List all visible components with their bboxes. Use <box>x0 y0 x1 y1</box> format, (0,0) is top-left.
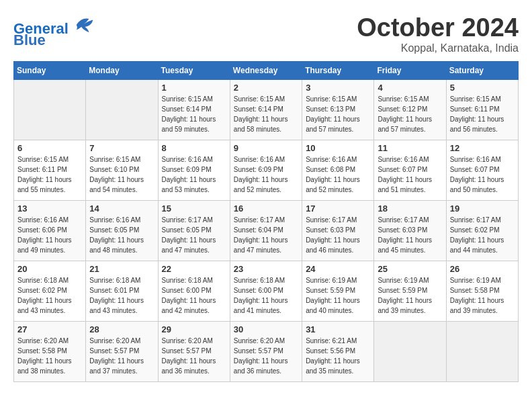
day-info: Sunrise: 6:18 AM Sunset: 6:00 PM Dayligh… <box>162 275 226 316</box>
day-number: 10 <box>306 143 370 153</box>
day-number: 2 <box>234 83 298 93</box>
calendar-cell: 9Sunrise: 6:16 AM Sunset: 6:09 PM Daylig… <box>230 140 302 201</box>
day-number: 13 <box>17 203 82 214</box>
calendar-cell: 22Sunrise: 6:18 AM Sunset: 6:00 PM Dayli… <box>158 261 230 322</box>
calendar-cell: 13Sunrise: 6:16 AM Sunset: 6:06 PM Dayli… <box>14 201 86 261</box>
day-number: 17 <box>306 203 370 214</box>
calendar-cell: 29Sunrise: 6:20 AM Sunset: 5:57 PM Dayli… <box>158 322 230 382</box>
day-info: Sunrise: 6:20 AM Sunset: 5:58 PM Dayligh… <box>17 336 82 376</box>
calendar-cell: 30Sunrise: 6:20 AM Sunset: 5:57 PM Dayli… <box>230 322 302 382</box>
day-of-week-header: Tuesday <box>158 62 230 80</box>
calendar-cell: 20Sunrise: 6:18 AM Sunset: 6:02 PM Dayli… <box>14 261 86 322</box>
calendar-cell: 21Sunrise: 6:18 AM Sunset: 6:01 PM Dayli… <box>86 261 158 322</box>
day-number: 3 <box>306 83 370 93</box>
day-number: 29 <box>162 324 226 334</box>
day-number: 16 <box>234 203 298 214</box>
day-number: 6 <box>17 143 82 153</box>
title-section: October 2024 Koppal, Karnataka, India <box>357 13 519 54</box>
day-number: 31 <box>306 324 370 334</box>
calendar-cell: 18Sunrise: 6:17 AM Sunset: 6:03 PM Dayli… <box>374 201 446 261</box>
day-info: Sunrise: 6:20 AM Sunset: 5:57 PM Dayligh… <box>89 336 154 376</box>
day-info: Sunrise: 6:17 AM Sunset: 6:03 PM Dayligh… <box>306 215 370 255</box>
day-info: Sunrise: 6:17 AM Sunset: 6:02 PM Dayligh… <box>450 215 515 255</box>
day-info: Sunrise: 6:15 AM Sunset: 6:14 PM Dayligh… <box>234 94 298 134</box>
day-info: Sunrise: 6:15 AM Sunset: 6:13 PM Dayligh… <box>306 94 370 134</box>
day-info: Sunrise: 6:15 AM Sunset: 6:11 PM Dayligh… <box>450 94 515 134</box>
calendar-week-row: 13Sunrise: 6:16 AM Sunset: 6:06 PM Dayli… <box>14 201 519 261</box>
calendar-cell: 24Sunrise: 6:19 AM Sunset: 5:59 PM Dayli… <box>302 261 374 322</box>
day-info: Sunrise: 6:19 AM Sunset: 5:58 PM Dayligh… <box>450 275 515 316</box>
calendar-week-row: 27Sunrise: 6:20 AM Sunset: 5:58 PM Dayli… <box>14 322 519 382</box>
day-number: 11 <box>378 143 442 153</box>
day-number: 19 <box>450 203 515 214</box>
day-number: 18 <box>378 203 442 214</box>
calendar-week-row: 20Sunrise: 6:18 AM Sunset: 6:02 PM Dayli… <box>14 261 519 322</box>
calendar-cell: 1Sunrise: 6:15 AM Sunset: 6:14 PM Daylig… <box>158 80 230 140</box>
calendar-cell <box>86 80 158 140</box>
calendar-cell: 25Sunrise: 6:19 AM Sunset: 5:59 PM Dayli… <box>374 261 446 322</box>
calendar-cell: 6Sunrise: 6:15 AM Sunset: 6:11 PM Daylig… <box>14 140 86 201</box>
day-info: Sunrise: 6:17 AM Sunset: 6:03 PM Dayligh… <box>378 215 442 255</box>
day-number: 1 <box>162 83 226 93</box>
day-of-week-header: Saturday <box>446 62 518 80</box>
day-info: Sunrise: 6:20 AM Sunset: 5:57 PM Dayligh… <box>162 336 226 376</box>
calendar-cell: 23Sunrise: 6:18 AM Sunset: 6:00 PM Dayli… <box>230 261 302 322</box>
day-info: Sunrise: 6:15 AM Sunset: 6:12 PM Dayligh… <box>378 94 442 134</box>
day-info: Sunrise: 6:16 AM Sunset: 6:09 PM Dayligh… <box>234 154 298 195</box>
calendar-header-row: SundayMondayTuesdayWednesdayThursdayFrid… <box>14 62 519 80</box>
day-info: Sunrise: 6:16 AM Sunset: 6:07 PM Dayligh… <box>378 154 442 195</box>
day-info: Sunrise: 6:16 AM Sunset: 6:07 PM Dayligh… <box>450 154 515 195</box>
calendar-cell <box>446 322 518 382</box>
day-info: Sunrise: 6:16 AM Sunset: 6:08 PM Dayligh… <box>306 154 370 195</box>
day-info: Sunrise: 6:16 AM Sunset: 6:09 PM Dayligh… <box>162 154 226 195</box>
logo: General Blue <box>13 13 94 49</box>
calendar-cell: 17Sunrise: 6:17 AM Sunset: 6:03 PM Dayli… <box>302 201 374 261</box>
calendar-cell: 4Sunrise: 6:15 AM Sunset: 6:12 PM Daylig… <box>374 80 446 140</box>
day-number: 22 <box>162 264 226 274</box>
day-number: 15 <box>162 203 226 214</box>
day-info: Sunrise: 6:15 AM Sunset: 6:14 PM Dayligh… <box>162 94 226 134</box>
day-of-week-header: Wednesday <box>230 62 302 80</box>
calendar-cell <box>14 80 86 140</box>
day-info: Sunrise: 6:17 AM Sunset: 6:04 PM Dayligh… <box>234 215 298 255</box>
calendar-cell: 12Sunrise: 6:16 AM Sunset: 6:07 PM Dayli… <box>446 140 518 201</box>
day-info: Sunrise: 6:16 AM Sunset: 6:06 PM Dayligh… <box>17 215 82 255</box>
calendar-cell: 11Sunrise: 6:16 AM Sunset: 6:07 PM Dayli… <box>374 140 446 201</box>
calendar-table: SundayMondayTuesdayWednesdayThursdayFrid… <box>13 61 519 382</box>
day-number: 26 <box>450 264 515 274</box>
day-info: Sunrise: 6:16 AM Sunset: 6:05 PM Dayligh… <box>89 215 154 255</box>
day-info: Sunrise: 6:21 AM Sunset: 5:56 PM Dayligh… <box>306 336 370 376</box>
day-of-week-header: Sunday <box>14 62 86 80</box>
day-info: Sunrise: 6:18 AM Sunset: 6:00 PM Dayligh… <box>234 275 298 316</box>
calendar-cell: 10Sunrise: 6:16 AM Sunset: 6:08 PM Dayli… <box>302 140 374 201</box>
calendar-week-row: 1Sunrise: 6:15 AM Sunset: 6:14 PM Daylig… <box>14 80 519 140</box>
calendar-cell: 14Sunrise: 6:16 AM Sunset: 6:05 PM Dayli… <box>86 201 158 261</box>
day-number: 28 <box>89 324 154 334</box>
day-number: 25 <box>378 264 442 274</box>
calendar-cell <box>374 322 446 382</box>
page-header: General Blue October 2024 Koppal, Karnat… <box>13 13 519 54</box>
day-number: 9 <box>234 143 298 153</box>
day-number: 12 <box>450 143 515 153</box>
day-info: Sunrise: 6:20 AM Sunset: 5:57 PM Dayligh… <box>234 336 298 376</box>
day-info: Sunrise: 6:17 AM Sunset: 6:05 PM Dayligh… <box>162 215 226 255</box>
day-number: 30 <box>234 324 298 334</box>
day-of-week-header: Thursday <box>302 62 374 80</box>
day-number: 23 <box>234 264 298 274</box>
location: Koppal, Karnataka, India <box>357 42 519 54</box>
month-title: October 2024 <box>357 13 519 42</box>
day-of-week-header: Monday <box>86 62 158 80</box>
calendar-cell: 26Sunrise: 6:19 AM Sunset: 5:58 PM Dayli… <box>446 261 518 322</box>
day-info: Sunrise: 6:19 AM Sunset: 5:59 PM Dayligh… <box>306 275 370 316</box>
day-number: 4 <box>378 83 442 93</box>
logo-bird-icon <box>74 13 94 34</box>
day-info: Sunrise: 6:15 AM Sunset: 6:11 PM Dayligh… <box>17 154 82 195</box>
day-number: 20 <box>17 264 82 274</box>
day-number: 14 <box>89 203 154 214</box>
day-info: Sunrise: 6:19 AM Sunset: 5:59 PM Dayligh… <box>378 275 442 316</box>
calendar-cell: 7Sunrise: 6:15 AM Sunset: 6:10 PM Daylig… <box>86 140 158 201</box>
day-number: 24 <box>306 264 370 274</box>
day-number: 8 <box>162 143 226 153</box>
calendar-cell: 28Sunrise: 6:20 AM Sunset: 5:57 PM Dayli… <box>86 322 158 382</box>
day-info: Sunrise: 6:18 AM Sunset: 6:02 PM Dayligh… <box>17 275 82 316</box>
